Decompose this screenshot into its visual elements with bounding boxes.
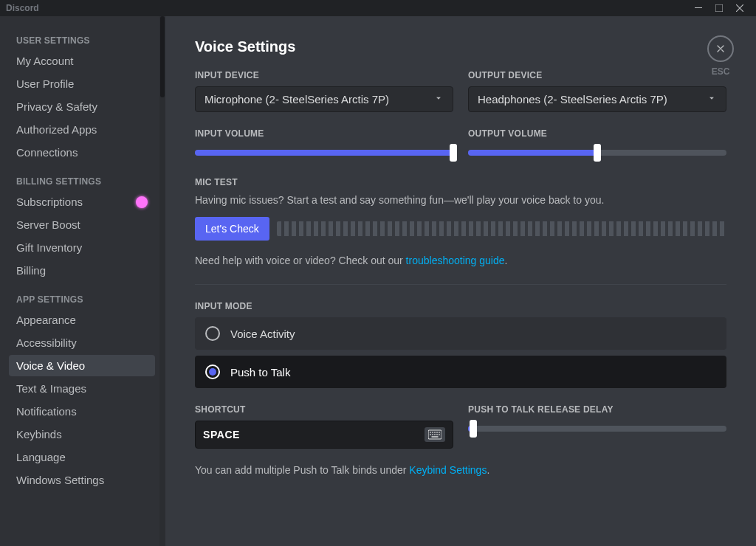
mic-test-button[interactable]: Let's Check bbox=[195, 217, 269, 241]
sidebar-item-privacy-safety[interactable]: Privacy & Safety bbox=[9, 96, 155, 117]
sidebar-item-user-profile[interactable]: User Profile bbox=[9, 73, 155, 94]
settings-sidebar: USER SETTINGSMy AccountUser ProfilePriva… bbox=[0, 16, 159, 546]
sidebar-item-windows-settings[interactable]: Windows Settings bbox=[9, 469, 155, 491]
sidebar-item-label: My Account bbox=[16, 55, 74, 67]
keybind-settings-link[interactable]: Keybind Settings bbox=[409, 464, 487, 476]
sidebar-item-label: Billing bbox=[16, 264, 46, 277]
svg-rect-5 bbox=[434, 432, 436, 433]
sidebar-item-label: Appearance bbox=[16, 314, 76, 326]
shortcut-value: SPACE bbox=[203, 429, 240, 440]
svg-rect-8 bbox=[430, 434, 431, 435]
sidebar-section-header: BILLING SETTINGS bbox=[9, 172, 155, 190]
close-icon bbox=[707, 35, 734, 62]
svg-rect-0 bbox=[695, 7, 702, 8]
sidebar-item-label: Voice & Video bbox=[16, 359, 85, 372]
troubleshooting-link[interactable]: troubleshooting guide bbox=[406, 255, 505, 266]
svg-rect-1 bbox=[715, 4, 723, 12]
sidebar-item-label: Notifications bbox=[16, 405, 77, 418]
sidebar-scrollbar[interactable] bbox=[159, 16, 165, 546]
window-maximize-button[interactable] bbox=[709, 0, 729, 16]
ptt-delay-slider[interactable] bbox=[468, 421, 726, 437]
output-device-label: OUTPUT DEVICE bbox=[468, 70, 726, 80]
svg-rect-10 bbox=[434, 434, 436, 435]
input-mode-label: INPUT MODE bbox=[195, 301, 726, 311]
sidebar-section-header: USER SETTINGS bbox=[9, 31, 155, 49]
close-esc-label: ESC bbox=[712, 66, 730, 77]
radio-label: Voice Activity bbox=[230, 328, 295, 340]
sidebar-item-label: Windows Settings bbox=[16, 474, 104, 486]
output-volume-label: OUTPUT VOLUME bbox=[468, 128, 726, 139]
sidebar-item-subscriptions[interactable]: Subscriptions bbox=[9, 191, 155, 212]
window-close-button[interactable] bbox=[729, 0, 750, 16]
input-mode-push-to-talk[interactable]: Push to Talk bbox=[195, 356, 726, 388]
ptt-delay-label: PUSH TO TALK RELEASE DELAY bbox=[468, 404, 726, 415]
mic-test-label: MIC TEST bbox=[195, 177, 726, 187]
input-device-label: INPUT DEVICE bbox=[195, 70, 453, 80]
sidebar-section-header: APP SETTINGS bbox=[9, 290, 155, 308]
shortcut-field[interactable]: SPACE bbox=[195, 421, 453, 449]
radio-label: Push to Talk bbox=[230, 366, 290, 379]
window-minimize-button[interactable] bbox=[688, 0, 709, 16]
sidebar-item-appearance[interactable]: Appearance bbox=[9, 309, 155, 331]
app-name: Discord bbox=[6, 3, 39, 13]
svg-rect-13 bbox=[432, 436, 439, 438]
sidebar-item-server-boost[interactable]: Server Boost bbox=[9, 214, 155, 235]
sidebar-item-notifications[interactable]: Notifications bbox=[9, 401, 155, 422]
mic-test-desc: Having mic issues? Start a test and say … bbox=[195, 193, 726, 208]
svg-rect-7 bbox=[439, 432, 440, 433]
sidebar-item-label: User Profile bbox=[16, 77, 74, 90]
sidebar-item-keybinds[interactable]: Keybinds bbox=[9, 424, 155, 445]
sidebar-item-voice-video[interactable]: Voice & Video bbox=[9, 355, 155, 376]
sidebar-item-label: Subscriptions bbox=[16, 196, 83, 208]
svg-rect-4 bbox=[432, 432, 433, 433]
sidebar-item-label: Authorized Apps bbox=[16, 123, 97, 136]
sidebar-item-gift-inventory[interactable]: Gift Inventory bbox=[9, 237, 155, 258]
sidebar-item-label: Language bbox=[16, 451, 66, 463]
close-settings-button[interactable]: ESC bbox=[707, 35, 734, 77]
output-volume-slider[interactable] bbox=[468, 145, 726, 161]
sidebar-item-language[interactable]: Language bbox=[9, 446, 155, 468]
input-volume-label: INPUT VOLUME bbox=[195, 128, 453, 139]
sidebar-item-label: Server Boost bbox=[16, 218, 80, 231]
shortcut-label: SHORTCUT bbox=[195, 404, 453, 415]
keyboard-icon bbox=[425, 427, 445, 442]
sidebar-item-label: Text & Images bbox=[16, 382, 86, 395]
nitro-icon bbox=[136, 196, 148, 208]
title-bar: Discord bbox=[0, 0, 756, 16]
input-device-select[interactable]: Microphone (2- SteelSeries Arctis 7P) bbox=[195, 86, 453, 112]
chevron-down-icon bbox=[433, 93, 444, 106]
svg-rect-12 bbox=[439, 434, 440, 435]
radio-icon bbox=[205, 364, 220, 379]
sidebar-item-label: Gift Inventory bbox=[16, 241, 82, 254]
mic-help-text: Need help with voice or video? Check out… bbox=[195, 254, 726, 269]
svg-rect-9 bbox=[432, 434, 433, 435]
input-device-value: Microphone (2- SteelSeries Arctis 7P) bbox=[205, 93, 389, 106]
chevron-down-icon bbox=[707, 93, 717, 106]
sidebar-item-text-images[interactable]: Text & Images bbox=[9, 378, 155, 399]
sidebar-item-authorized-apps[interactable]: Authorized Apps bbox=[9, 119, 155, 140]
sidebar-item-label: Keybinds bbox=[16, 428, 62, 440]
svg-rect-11 bbox=[436, 434, 438, 435]
mic-test-meter bbox=[277, 221, 726, 236]
page-title: Voice Settings bbox=[195, 38, 726, 55]
input-mode-voice-activity[interactable]: Voice Activity bbox=[195, 317, 726, 350]
keybind-note: You can add multiple Push to Talk binds … bbox=[195, 463, 726, 478]
sidebar-item-accessibility[interactable]: Accessibility bbox=[9, 332, 155, 353]
svg-rect-3 bbox=[430, 432, 431, 433]
radio-icon bbox=[205, 326, 220, 341]
sidebar-item-connections[interactable]: Connections bbox=[9, 142, 155, 163]
output-device-value: Headphones (2- SteelSeries Arctis 7P) bbox=[478, 93, 667, 106]
sidebar-item-label: Privacy & Safety bbox=[16, 100, 97, 113]
output-device-select[interactable]: Headphones (2- SteelSeries Arctis 7P) bbox=[468, 86, 726, 112]
sidebar-item-billing[interactable]: Billing bbox=[9, 260, 155, 281]
sidebar-item-label: Accessibility bbox=[16, 336, 77, 349]
divider bbox=[195, 284, 726, 285]
sidebar-item-label: Connections bbox=[16, 146, 78, 159]
sidebar-item-my-account[interactable]: My Account bbox=[9, 50, 155, 72]
input-volume-slider[interactable] bbox=[195, 145, 453, 161]
svg-rect-6 bbox=[436, 432, 438, 433]
